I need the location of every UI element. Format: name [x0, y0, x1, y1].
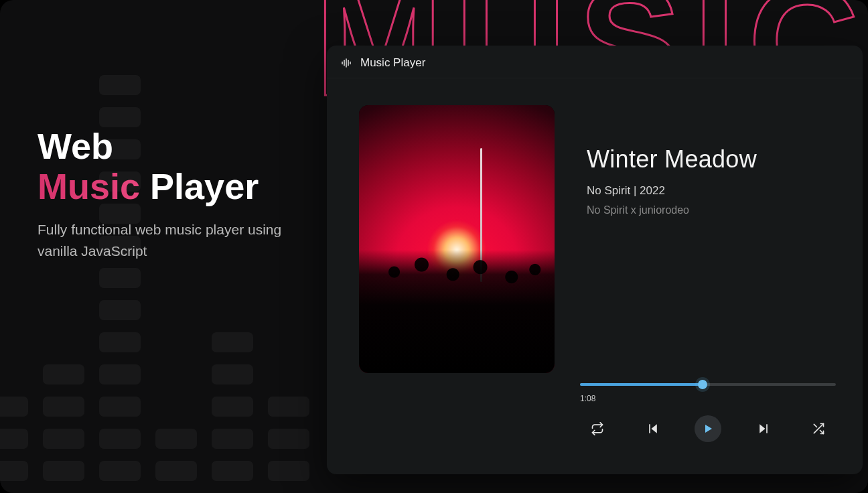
svg-marker-7 [705, 425, 712, 433]
progress-thumb[interactable] [698, 380, 707, 389]
play-button[interactable] [695, 415, 721, 442]
player-controls: 1:08 [580, 383, 836, 442]
hero-title: Web Music Player [38, 126, 319, 207]
album-cover[interactable] [359, 105, 555, 373]
svg-rect-9 [766, 424, 768, 433]
track-info: Winter Meadow No Spirit | 2022 No Spirit… [587, 105, 757, 373]
hero-line2-rest: Player [140, 166, 259, 206]
previous-button[interactable] [640, 415, 666, 442]
svg-rect-6 [649, 424, 650, 433]
shuffle-icon [812, 422, 825, 435]
repeat-button[interactable] [584, 415, 611, 442]
skip-previous-icon [646, 422, 660, 435]
sound-wave-icon [340, 57, 352, 69]
hero-block: Web Music Player Fully functional web mu… [38, 126, 319, 263]
hero-line1: Web [38, 126, 113, 166]
current-time: 1:08 [580, 394, 836, 403]
track-year: 2022 [640, 184, 665, 197]
track-title: Winter Meadow [587, 145, 757, 173]
track-artist: No Spirit [587, 184, 630, 197]
skip-next-icon [757, 422, 770, 435]
svg-line-12 [814, 424, 816, 427]
track-credits: No Spirit x juniorodeo [587, 204, 757, 216]
progress-bar[interactable] [580, 383, 836, 386]
hero-accent: Music [38, 166, 140, 206]
svg-marker-8 [760, 424, 765, 433]
shuffle-button[interactable] [805, 415, 832, 442]
next-button[interactable] [750, 415, 777, 442]
svg-marker-5 [651, 424, 656, 433]
progress-fill [580, 383, 703, 386]
repeat-icon [591, 422, 604, 435]
player-window: Music Player Winter Meadow No Spirit | 2… [327, 46, 863, 474]
track-meta: No Spirit | 2022 [587, 184, 757, 198]
hero-subtitle: Fully functional web music player using … [38, 219, 319, 263]
player-header-title: Music Player [360, 56, 425, 70]
player-header: Music Player [327, 46, 863, 78]
play-icon [703, 423, 713, 434]
